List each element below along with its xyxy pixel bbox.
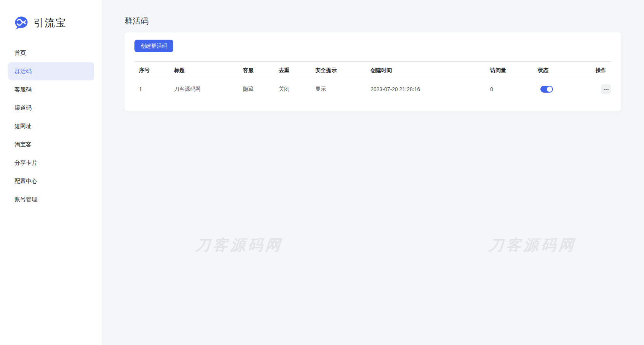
sidebar-nav: 首页 群活码 客服码 渠道码 短网址 淘宝客 分享卡片 配置中心 账号管理 (0, 44, 102, 209)
cell-actions (591, 79, 611, 99)
sidebar: 引流宝 首页 群活码 客服码 渠道码 短网址 淘宝客 分享卡片 配置中心 账号管… (0, 0, 102, 345)
sidebar-item-taobaoke[interactable]: 淘宝客 (8, 135, 94, 154)
create-group-live-code-button[interactable]: 创建群活码 (134, 40, 173, 52)
content-card: 创建群活码 序号 标题 客服 去重 安全提示 创建时间 访问量 (125, 32, 621, 111)
cell-service: 隐藏 (238, 79, 274, 99)
sidebar-item-config-center[interactable]: 配置中心 (8, 172, 94, 190)
cell-visits: 0 (486, 79, 533, 99)
sidebar-item-short-url[interactable]: 短网址 (8, 117, 94, 135)
column-header-index: 序号 (134, 62, 169, 79)
table-row: 1 刀客源码网 隐藏 关闭 显示 2023-07-20 21:28:16 0 (134, 79, 611, 99)
row-actions-button[interactable] (601, 84, 611, 94)
cell-title: 刀客源码网 (169, 79, 238, 99)
column-header-safety-tip: 安全提示 (311, 62, 366, 79)
brand-name: 引流宝 (34, 16, 67, 30)
cell-index: 1 (134, 79, 169, 99)
group-live-code-table: 序号 标题 客服 去重 安全提示 创建时间 访问量 状态 操作 1 刀客源码网 (134, 61, 611, 99)
ellipsis-icon (604, 89, 605, 90)
cell-created-at: 2023-07-20 21:28:16 (366, 79, 486, 99)
brand: 引流宝 (0, 0, 102, 30)
column-header-dedupe: 去重 (274, 62, 311, 79)
column-header-service: 客服 (238, 62, 274, 79)
status-toggle[interactable] (540, 86, 553, 93)
column-header-visits: 访问量 (486, 62, 533, 79)
app-window: 引流宝 首页 群活码 客服码 渠道码 短网址 淘宝客 分享卡片 配置中心 账号管… (0, 0, 644, 345)
column-header-actions: 操作 (591, 62, 611, 79)
cell-status (533, 79, 591, 99)
column-header-title: 标题 (169, 62, 238, 79)
sidebar-item-share-card[interactable]: 分享卡片 (8, 154, 94, 172)
table-header-row: 序号 标题 客服 去重 安全提示 创建时间 访问量 状态 操作 (134, 62, 611, 79)
column-header-created-at: 创建时间 (366, 62, 486, 79)
chat-bubble-dna-icon (14, 15, 29, 30)
sidebar-item-group-live-code[interactable]: 群活码 (8, 62, 94, 80)
main-content: 群活码 创建群活码 序号 标题 客服 去重 安全提示 创建时间 (102, 0, 644, 345)
sidebar-item-channel-code[interactable]: 渠道码 (8, 99, 94, 117)
sidebar-item-service-code[interactable]: 客服码 (8, 80, 94, 99)
cell-dedupe: 关闭 (274, 79, 311, 99)
sidebar-item-home[interactable]: 首页 (8, 44, 94, 62)
toggle-knob (547, 87, 552, 92)
sidebar-item-account-management[interactable]: 账号管理 (8, 190, 94, 209)
page-title: 群活码 (125, 16, 644, 26)
column-header-status: 状态 (533, 62, 591, 79)
cell-safety-tip: 显示 (311, 79, 366, 99)
